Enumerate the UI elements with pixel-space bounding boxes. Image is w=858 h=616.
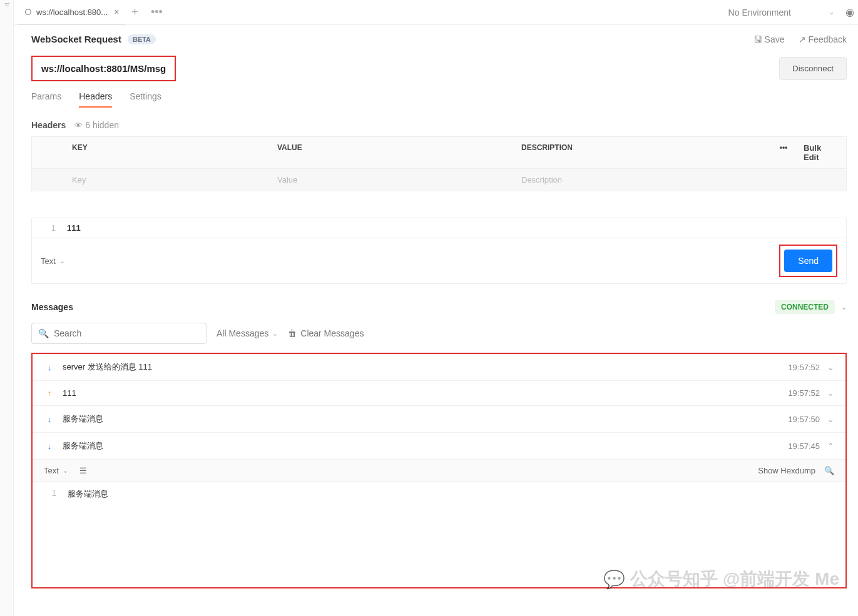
tab-settings[interactable]: Settings	[130, 91, 161, 108]
headers-table: KEY VALUE DESCRIPTION ••• Bulk Edit Key …	[31, 136, 847, 191]
tab-params[interactable]: Params	[31, 91, 61, 108]
tab-headers[interactable]: Headers	[79, 91, 112, 108]
message-time: 19:57:52	[788, 363, 820, 372]
message-list: ↓ server 发送给的消息 111 19:57:52 ⌄ ↑ 111 19:…	[31, 353, 847, 588]
request-tab[interactable]: ws://localhost:880... ×	[18, 0, 125, 24]
message-detail-toolbar: Text ⌄ ☰ Show Hexdump 🔍	[33, 460, 845, 482]
feedback-icon: ↗	[799, 34, 806, 44]
search-icon[interactable]: 🔍	[824, 466, 834, 475]
tab-bar: ws://localhost:880... × + ••• No Environ…	[14, 0, 858, 25]
arrow-down-icon: ↓	[44, 442, 55, 451]
search-input[interactable]	[54, 328, 200, 338]
col-value: VALUE	[270, 137, 514, 168]
message-time: 19:57:52	[788, 388, 820, 398]
headers-label: Headers	[31, 120, 66, 130]
message-input[interactable]: 111	[67, 223, 846, 233]
disconnect-button[interactable]: Disconnect	[779, 57, 847, 80]
hidden-count: 6 hidden	[85, 120, 119, 130]
chevron-down-icon: ⌄	[63, 467, 68, 475]
clear-label: Clear Messages	[300, 328, 364, 338]
sidebar-gutter: rt	[0, 0, 14, 616]
environment-label: No Environment	[728, 8, 791, 18]
key-input[interactable]: Key	[32, 169, 270, 191]
messages-filter[interactable]: All Messages ⌄	[217, 328, 278, 338]
trash-icon: 🗑	[288, 328, 297, 338]
message-body: 服务端消息	[63, 440, 103, 452]
save-label: Save	[765, 34, 785, 44]
filter-label: All Messages	[217, 328, 268, 338]
chevron-down-icon[interactable]: ⌄	[827, 363, 834, 372]
save-icon: 🖫	[753, 34, 762, 44]
chevron-down-icon[interactable]: ⌄	[827, 415, 834, 424]
show-hexdump-button[interactable]: Show Hexdump	[758, 466, 815, 475]
tab-overflow-button[interactable]: •••	[145, 6, 169, 19]
chevron-down-icon: ⌄	[59, 257, 65, 265]
svg-point-0	[26, 9, 31, 15]
message-row[interactable]: ↑ 111 19:57:52 ⌄	[33, 381, 845, 406]
message-time: 19:57:45	[788, 442, 820, 451]
message-body: 111	[63, 388, 76, 398]
tab-title: ws://localhost:880...	[36, 8, 108, 17]
compose-area: 1 111 Text ⌄ Send	[31, 218, 847, 284]
message-time: 19:57:50	[788, 415, 820, 424]
send-button[interactable]: Send	[784, 250, 832, 272]
col-description: DESCRIPTION	[514, 137, 771, 168]
environment-selector[interactable]: No Environment ⌄	[728, 8, 834, 18]
new-tab-button[interactable]: +	[125, 6, 145, 19]
messages-search[interactable]: 🔍	[31, 323, 207, 344]
websocket-icon	[24, 8, 33, 16]
description-input[interactable]: Description	[514, 169, 846, 191]
hidden-headers-toggle[interactable]: 👁 6 hidden	[74, 120, 119, 130]
chevron-down-icon[interactable]: ⌄	[841, 303, 847, 311]
line-number: 1	[32, 223, 67, 233]
chevron-down-icon: ⌄	[829, 8, 834, 16]
message-detail-body: 1 服务端消息	[33, 482, 845, 587]
search-icon: 🔍	[38, 328, 49, 338]
message-row[interactable]: ↓ 服务端消息 19:57:50 ⌄	[33, 406, 845, 433]
arrow-down-icon: ↓	[44, 415, 55, 424]
wrap-icon[interactable]: ☰	[79, 466, 87, 475]
chevron-down-icon[interactable]: ⌄	[827, 388, 834, 398]
url-input[interactable]: ws://localhost:8801/MS/msg	[31, 56, 176, 81]
request-title: WebSocket Request	[31, 34, 121, 44]
close-tab-icon[interactable]: ×	[114, 7, 119, 17]
line-number: 1	[33, 488, 68, 500]
bulk-edit-button[interactable]: Bulk Edit	[796, 137, 846, 168]
connection-status-badge: CONNECTED	[775, 300, 835, 314]
value-input[interactable]: Value	[270, 169, 514, 191]
message-row[interactable]: ↓ server 发送给的消息 111 19:57:52 ⌄	[33, 354, 845, 381]
messages-title: Messages	[31, 302, 73, 312]
col-more-icon[interactable]: •••	[771, 137, 796, 168]
message-body: server 发送给的消息 111	[63, 361, 152, 373]
message-body: 服务端消息	[63, 413, 103, 425]
arrow-up-icon: ↑	[44, 388, 55, 398]
chevron-down-icon: ⌄	[272, 330, 278, 338]
beta-badge: BETA	[128, 34, 156, 44]
payload-type-label: Text	[41, 256, 56, 266]
headers-input-row[interactable]: Key Value Description	[32, 169, 846, 191]
detail-text: 服务端消息	[68, 488, 108, 500]
payload-type-selector[interactable]: Text ⌄	[41, 256, 65, 266]
detail-type-selector[interactable]: Text ⌄	[44, 466, 68, 475]
message-row[interactable]: ↓ 服务端消息 19:57:45 ⌃	[33, 433, 845, 460]
save-button[interactable]: 🖫 Save	[753, 34, 785, 44]
eye-icon: 👁	[74, 121, 83, 130]
feedback-button[interactable]: ↗ Feedback	[799, 34, 847, 44]
arrow-down-icon: ↓	[44, 363, 55, 372]
chevron-up-icon[interactable]: ⌃	[827, 442, 834, 451]
detail-type-label: Text	[44, 466, 59, 475]
feedback-label: Feedback	[809, 34, 847, 44]
col-key: KEY	[32, 137, 270, 168]
eye-icon[interactable]: ◉	[845, 6, 854, 18]
clear-messages-button[interactable]: 🗑 Clear Messages	[288, 328, 364, 338]
